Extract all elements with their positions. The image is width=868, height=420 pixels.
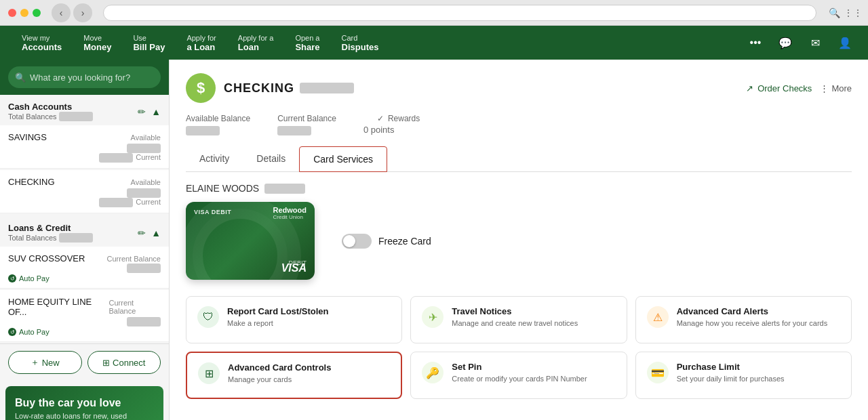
nav-disputes[interactable]: Card Disputes — [331, 26, 390, 60]
nav-applyloan2[interactable]: Apply for a Loan — [227, 26, 285, 60]
freeze-toggle-switch[interactable] — [342, 234, 372, 249]
advanced-alerts-desc: Manage how you receive alerts for your c… — [677, 318, 828, 329]
more-options-button[interactable]: ••• — [743, 30, 768, 55]
cash-total-amount: $▓▓▓▓ — [59, 112, 93, 121]
new-account-button[interactable]: ＋ New — [8, 351, 82, 374]
promo-banner[interactable]: Buy the car you love Low-rate auto loans… — [5, 386, 163, 420]
suv-balance: $▓▓▓▓ — [8, 264, 161, 273]
purchase-limit-content: Purchase Limit Set your daily limit for … — [677, 362, 785, 384]
loans-total-amount: $▓▓▓▓ — [59, 233, 93, 243]
more-dots-icon: ••• — [750, 37, 762, 49]
search-icon[interactable]: 🔍 — [827, 6, 841, 20]
travel-notices-title: Travel Notices — [452, 306, 578, 316]
autopay-icon: ↺ — [8, 274, 16, 282]
profile-button[interactable]: 👤 — [833, 30, 857, 55]
close-button[interactable] — [8, 9, 16, 17]
loans-title: Loans & Credit — [8, 223, 93, 233]
nav-money-sup: Move — [83, 34, 102, 42]
nav-applyloan2-sup: Apply for a — [238, 34, 274, 42]
tab-details[interactable]: Details — [243, 146, 299, 172]
report-lost-content: Report Card Lost/Stolen Make a report — [227, 306, 329, 329]
account-name: CHECKING *▓▓▓▓▓▓ — [224, 81, 738, 96]
cash-section-actions: ✏ ▲ — [138, 106, 161, 117]
plus-icon: ＋ — [31, 356, 39, 369]
more-label: More — [831, 83, 852, 93]
account-header: $ CHECKING *▓▓▓▓▓▓ ↗ Order Checks ⋮ More — [186, 73, 852, 103]
advanced-alerts-card[interactable]: ⚠ Advanced Card Alerts Manage how you re… — [635, 296, 852, 343]
savings-account-name: SAVINGS — [8, 132, 47, 142]
cash-accounts-total: Total Balances $▓▓▓▓ — [8, 112, 93, 121]
new-label: New — [42, 358, 60, 368]
minimize-button[interactable] — [20, 9, 28, 17]
messages-button[interactable]: 💬 — [773, 30, 797, 55]
card-visa-label: VISA — [281, 262, 307, 274]
purchase-limit-card[interactable]: 💳 Purchase Limit Set your daily limit fo… — [635, 352, 852, 399]
report-lost-card[interactable]: 🛡 Report Card Lost/Stolen Make a report — [186, 296, 402, 343]
order-checks-button[interactable]: ↗ Order Checks — [746, 83, 812, 93]
loans-edit-button[interactable]: ✏ — [138, 228, 146, 238]
checking-account-name: CHECKING — [8, 177, 55, 187]
order-checks-label: Order Checks — [757, 83, 812, 93]
loans-title-block: Loans & Credit Total Balances $▓▓▓▓ — [8, 223, 93, 243]
connect-button[interactable]: ⊞ Connect — [87, 351, 161, 374]
rewards-check-icon: ✓ — [377, 114, 384, 123]
rewards-points: 0 points — [363, 125, 420, 135]
settings-icon[interactable]: ⋮⋮ — [846, 6, 860, 20]
cash-accounts-header: Cash Accounts Total Balances $▓▓▓▓ ✏ ▲ — [0, 95, 169, 125]
nav-openshare[interactable]: Open a Share — [284, 26, 330, 60]
nav-billpay[interactable]: Use Bill Pay — [122, 26, 176, 60]
notifications-button[interactable]: ✉ — [803, 30, 827, 55]
nav-accounts[interactable]: View my Accounts — [11, 26, 73, 60]
user-icon: 👤 — [838, 37, 852, 49]
savings-current-amount: $▓▓▓ — [99, 153, 133, 163]
loans-total: Total Balances $▓▓▓▓ — [8, 233, 93, 243]
tab-activity[interactable]: Activity — [186, 146, 243, 172]
nav-money[interactable]: Move Money — [73, 26, 122, 60]
more-button[interactable]: ⋮ More — [820, 83, 852, 93]
nav-applyloan1-sup: Apply for — [186, 34, 216, 42]
nav-applyloan1[interactable]: Apply for a Loan — [176, 26, 226, 60]
card-services-area: VISA DEBIT Redwood Credit Union DEBIT VI… — [186, 202, 852, 280]
account-number: *▓▓▓▓▓▓ — [300, 83, 354, 93]
bank-name: Redwood — [273, 206, 307, 214]
savings-account-item[interactable]: SAVINGS Available $▓▓▓▓ $▓▓▓ Current — [0, 125, 169, 169]
address-bar[interactable] — [103, 5, 816, 21]
current-balance-amount: $▓▓▓ — [277, 125, 336, 135]
nav-billpay-sub: Bill Pay — [133, 42, 165, 52]
forward-button[interactable]: › — [73, 3, 92, 22]
mail-icon: ✉ — [811, 37, 820, 49]
suv-crossover-item[interactable]: SUV CROSSOVER Current Balance $▓▓▓▓ ↺ Au… — [0, 247, 169, 289]
tab-card-services[interactable]: Card Services — [299, 146, 387, 172]
home-equity-item[interactable]: HOME EQUITY LINE OF... Current Balance $… — [0, 290, 169, 342]
nav-disputes-sup: Card — [342, 34, 358, 42]
checking-account-item[interactable]: CHECKING Available $▓▓▓▓ $▓▓▓ Current — [0, 170, 169, 213]
search-input[interactable] — [8, 66, 161, 88]
cardholder-number: *▓▓▓▓ — [264, 184, 305, 194]
loans-collapse-button[interactable]: ▲ — [151, 228, 161, 238]
advanced-controls-card[interactable]: ⊞ Advanced Card Controls Manage your car… — [186, 352, 402, 399]
home-equity-name: HOME EQUITY LINE OF... — [8, 297, 109, 317]
set-pin-card[interactable]: 🔑 Set Pin Create or modify your cards PI… — [410, 352, 627, 399]
travel-notices-content: Travel Notices Manage and create new tra… — [452, 306, 578, 329]
service-cards-grid: 🛡 Report Card Lost/Stolen Make a report … — [186, 296, 852, 399]
suv-amount: $▓▓▓▓ — [127, 264, 161, 273]
fullscreen-button[interactable] — [33, 9, 41, 17]
sidebar: 🔍 Cash Accounts Total Balances $▓▓▓▓ ✏ ▲ — [0, 60, 170, 420]
home-equity-autopay: ↺ Auto Pay — [8, 328, 161, 336]
cash-edit-button[interactable]: ✏ — [138, 106, 146, 117]
nav-disputes-sub: Disputes — [342, 42, 379, 52]
balance-row: Available Balance $▓▓▓▓ Current Balance … — [186, 114, 852, 135]
purchase-limit-icon: 💳 — [647, 362, 669, 383]
nav-applyloan2-sub: Loan — [238, 42, 259, 52]
cash-collapse-button[interactable]: ▲ — [151, 106, 161, 117]
home-equity-balance: $▓▓▓▓ — [8, 317, 161, 327]
card-visa-type: VISA DEBIT — [194, 209, 231, 215]
set-pin-title: Set Pin — [452, 362, 587, 372]
nav-openshare-sup: Open a — [295, 34, 319, 42]
account-tabs: Activity Details Card Services — [186, 146, 852, 172]
advanced-controls-desc: Manage your cards — [228, 375, 331, 385]
suv-name: SUV CROSSOVER — [8, 253, 85, 264]
back-button[interactable]: ‹ — [52, 3, 71, 22]
available-balance-block: Available Balance $▓▓▓▓ — [186, 114, 250, 135]
travel-notices-card[interactable]: ✈ Travel Notices Manage and create new t… — [410, 296, 627, 343]
